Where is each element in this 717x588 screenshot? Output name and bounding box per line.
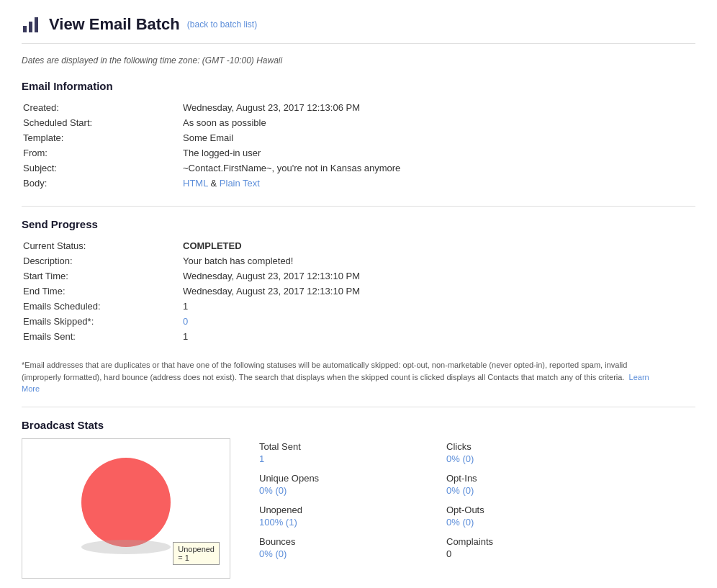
table-row: Scheduled Start: As soon as possible [23,116,694,130]
svg-rect-0 [23,26,27,32]
field-label: Body: [23,176,181,190]
stat-value: 0% (0) [259,485,418,496]
field-label: Start Time: [23,269,181,283]
back-to-batch-list-link[interactable]: (back to batch list) [187,19,257,30]
stat-value-plain: 0 [446,548,605,559]
bounces-link[interactable]: 0% (0) [259,548,287,559]
stat-unique-opens: Unique Opens 0% (0) [259,473,418,496]
field-label: Current Status: [23,239,181,253]
table-row: Emails Sent: 1 [23,330,694,343]
table-row: Emails Skipped*: 0 [23,315,694,328]
body-plaintext-link[interactable]: Plain Text [220,178,260,189]
total-sent-link[interactable]: 1 [259,453,264,464]
stat-label: Unopened [259,505,418,515]
field-value: The logged-in user [183,146,694,160]
stat-opt-ins: Opt-Ins 0% (0) [446,473,605,496]
field-value: Wednesday, August 23, 2017 12:13:10 PM [183,284,694,298]
broadcast-stats-title: Broadcast Stats [22,419,695,431]
field-value: Wednesday, August 23, 2017 12:13:10 PM [183,269,694,283]
field-value: 1 [183,330,694,343]
divider-2 [22,407,695,407]
stat-label: Clicks [446,441,605,452]
stat-clicks: Clicks 0% (0) [446,441,605,464]
stat-value: 0% (0) [259,548,418,559]
table-row: Emails Scheduled: 1 [23,299,694,313]
page-title-wrap: View Email Batch (back to batch list) [22,14,257,35]
field-value: COMPLETED [183,239,694,253]
field-label: Template: [23,131,181,145]
field-value: ~Contact.FirstName~, you're not in Kansa… [183,161,694,175]
pie-tooltip: Unopened= 1 [173,542,220,565]
bar-chart-icon [22,14,42,35]
field-label: Created: [23,101,181,114]
opt-outs-link[interactable]: 0% (0) [446,517,474,528]
stat-label: Bounces [259,536,418,547]
stat-label: Unique Opens [259,473,418,484]
field-label: Description: [23,254,181,268]
send-progress-table: Current Status: COMPLETED Description: Y… [22,238,695,345]
field-value: Wednesday, August 23, 2017 12:13:06 PM [183,101,694,114]
field-label: End Time: [23,284,181,298]
pie-segment-unopened [81,458,171,547]
stat-value: 100% (1) [259,517,418,528]
email-information-title: Email Information [22,80,695,92]
clicks-link[interactable]: 0% (0) [446,453,474,464]
field-value-body: HTML & Plain Text [183,176,694,190]
stat-label: Opt-Ins [446,473,605,484]
stat-opt-outs: Opt-Outs 0% (0) [446,505,605,528]
stat-value: 0% (0) [446,517,605,528]
table-row: Template: Some Email [23,131,694,145]
table-row: Description: Your batch has completed! [23,254,694,268]
stat-label: Opt-Outs [446,505,605,515]
svg-rect-2 [35,17,38,32]
svg-rect-1 [29,22,32,32]
learn-more-link[interactable]: Learn More [22,373,649,394]
stat-total-sent: Total Sent 1 [259,441,418,464]
emails-skipped-link[interactable]: 0 [183,316,188,327]
table-row: End Time: Wednesday, August 23, 2017 12:… [23,284,694,298]
field-label: Subject: [23,161,181,175]
stat-value: 0% (0) [446,453,605,464]
pie-shadow [81,540,171,554]
field-label: Scheduled Start: [23,116,181,130]
field-label: Emails Sent: [23,330,181,343]
email-information-table: Created: Wednesday, August 23, 2017 12:1… [22,99,695,191]
page-header: View Email Batch (back to batch list) [22,14,695,44]
field-value: 0 [183,315,694,328]
divider-1 [22,206,695,207]
stat-bounces: Bounces 0% (0) [259,536,418,559]
table-row: Subject: ~Contact.FirstName~, you're not… [23,161,694,175]
field-value: As soon as possible [183,116,694,130]
field-label: From: [23,146,181,160]
stats-grid: Total Sent 1 Clicks 0% (0) Unique Opens … [259,438,695,559]
stat-unopened: Unopened 100% (1) [259,505,418,528]
table-row: Body: HTML & Plain Text [23,176,694,190]
stat-value: 1 [259,453,418,464]
send-progress-title: Send Progress [22,218,695,230]
unique-opens-link[interactable]: 0% (0) [259,485,287,496]
stat-label: Complaints [446,536,605,547]
broadcast-stats-section: Broadcast Stats Unopened= 1 Total Sent 1… [22,419,695,579]
table-row: Current Status: COMPLETED [23,239,694,253]
stat-value: 0% (0) [446,485,605,496]
body-separator: & [211,178,220,189]
body-html-link[interactable]: HTML [183,178,208,189]
broadcast-layout: Unopened= 1 Total Sent 1 Clicks 0% (0) U… [22,438,695,579]
email-information-section: Email Information Created: Wednesday, Au… [22,80,695,191]
table-row: Created: Wednesday, August 23, 2017 12:1… [23,101,694,114]
field-value: 1 [183,299,694,313]
opt-ins-link[interactable]: 0% (0) [446,485,474,496]
field-label: Emails Scheduled: [23,299,181,313]
field-value: Some Email [183,131,694,145]
page-title: View Email Batch [49,15,180,34]
stat-label: Total Sent [259,441,418,452]
status-badge: COMPLETED [183,240,242,251]
table-row: From: The logged-in user [23,146,694,160]
stat-complaints: Complaints 0 [446,536,605,559]
field-label: Emails Skipped*: [23,315,181,328]
field-value: Your batch has completed! [183,254,694,268]
table-row: Start Time: Wednesday, August 23, 2017 1… [23,269,694,283]
skipped-footnote: *Email addresses that are duplicates or … [22,359,655,395]
unopened-link[interactable]: 100% (1) [259,517,297,528]
send-progress-section: Send Progress Current Status: COMPLETED … [22,218,695,395]
